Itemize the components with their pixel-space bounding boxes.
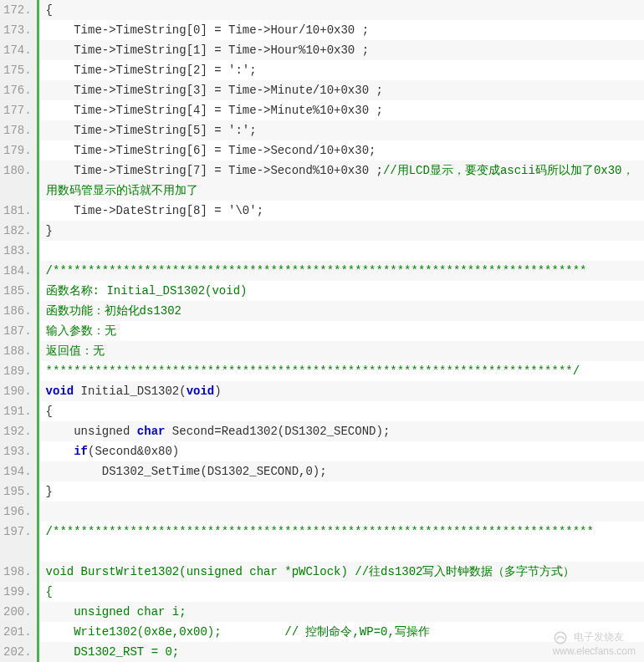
code-line: { bbox=[39, 0, 644, 20]
line-number: 191. bbox=[3, 401, 32, 421]
code-line: Time->TimeString[0] = Time->Hour/10+0x30… bbox=[39, 20, 644, 40]
line-number: 190. bbox=[3, 381, 32, 401]
code-token bbox=[46, 505, 60, 518]
code-area: { Time->TimeString[0] = Time->Hour/10+0x… bbox=[37, 0, 644, 662]
code-token: Second=Read1302(DS1302_SECOND); bbox=[165, 425, 390, 438]
code-token: Initial_DS1302( bbox=[74, 384, 186, 398]
code-token bbox=[46, 244, 60, 257]
code-line bbox=[39, 502, 644, 522]
code-token: DS1302_RST = 0; bbox=[46, 645, 180, 659]
code-token: void bbox=[187, 384, 215, 398]
code-token: Time->TimeString[6] = Time->Second/10+0x… bbox=[46, 144, 376, 157]
code-line: 函数名称: Initial_DS1302(void) bbox=[39, 281, 644, 301]
line-number: 189. bbox=[3, 361, 32, 381]
code-token: 返回值：无 bbox=[46, 344, 105, 358]
code-line: unsigned char i; bbox=[39, 602, 644, 622]
code-line bbox=[39, 241, 644, 261]
line-number: 200. bbox=[3, 602, 32, 622]
line-number: 196. bbox=[3, 502, 32, 522]
line-number: 197. bbox=[3, 522, 32, 562]
line-number: 175. bbox=[3, 60, 32, 80]
code-line: DS1302_SetTime(DS1302_SECOND,0); bbox=[39, 461, 644, 481]
line-number: 179. bbox=[3, 140, 32, 160]
line-number: 178. bbox=[3, 120, 32, 140]
code-token: /***************************************… bbox=[46, 264, 587, 278]
code-token: 函数功能：初始化ds1302 bbox=[46, 304, 181, 318]
line-number: 186. bbox=[3, 301, 32, 321]
code-line: /***************************************… bbox=[39, 522, 644, 562]
line-number: 181. bbox=[3, 201, 32, 221]
line-number: 194. bbox=[3, 461, 32, 481]
code-token: (Second&0x80) bbox=[88, 445, 179, 458]
code-token: Time->TimeString[0] = Time->Hour/10+0x30… bbox=[46, 23, 369, 37]
code-token: void BurstWrite1302(unsigned char *pWClo… bbox=[46, 565, 575, 578]
code-line: Time->TimeString[2] = ':'; bbox=[39, 60, 644, 80]
code-line: Time->TimeString[6] = Time->Second/10+0x… bbox=[39, 140, 644, 160]
line-number: 174. bbox=[3, 40, 32, 60]
code-token: char bbox=[137, 425, 166, 438]
code-token: { bbox=[46, 405, 53, 418]
code-token: DS1302_SetTime(DS1302_SECOND,0); bbox=[46, 465, 327, 478]
code-token: if bbox=[46, 445, 88, 458]
code-token: { bbox=[46, 3, 53, 17]
code-token: ) bbox=[214, 384, 221, 398]
line-number: 182. bbox=[3, 221, 32, 241]
code-line: Write1302(0x8e,0x00); // 控制命令,WP=0,写操作 bbox=[39, 622, 644, 642]
line-number: 177. bbox=[3, 100, 32, 120]
code-token: Write1302(0x8e,0x00); // 控制命令,WP=0,写操作 bbox=[46, 625, 430, 639]
code-token: unsigned bbox=[46, 425, 137, 438]
code-line: unsigned char Second=Read1302(DS1302_SEC… bbox=[39, 421, 644, 441]
code-line: Time->DateString[8] = '\0'; bbox=[39, 201, 644, 221]
code-line: Time->TimeString[1] = Time->Hour%10+0x30… bbox=[39, 40, 644, 60]
line-number: 180. bbox=[3, 160, 32, 201]
code-token: Time->TimeString[2] = ':'; bbox=[46, 64, 257, 77]
line-number: 198. bbox=[3, 562, 32, 582]
line-number: 183. bbox=[3, 241, 32, 261]
code-line: } bbox=[39, 481, 644, 502]
code-token: Time->TimeString[1] = Time->Hour%10+0x30… bbox=[46, 43, 369, 57]
code-line: void Initial_DS1302(void) bbox=[39, 381, 644, 401]
code-line: Time->TimeString[4] = Time->Minute%10+0x… bbox=[39, 100, 644, 120]
code-token: /***************************************… bbox=[46, 525, 594, 538]
code-token: 函数名称: Initial_DS1302(void) bbox=[46, 284, 248, 298]
line-number-gutter: 172.173.174.175.176.177.178.179.180.181.… bbox=[0, 0, 37, 662]
line-number: 187. bbox=[3, 321, 32, 341]
code-token: { bbox=[46, 585, 53, 598]
line-number: 176. bbox=[3, 80, 32, 100]
line-number: 173. bbox=[3, 20, 32, 40]
line-number: 184. bbox=[3, 261, 32, 281]
code-token: void bbox=[46, 384, 74, 398]
line-number: 192. bbox=[3, 421, 32, 441]
code-line: { bbox=[39, 582, 644, 602]
line-number: 185. bbox=[3, 281, 32, 301]
code-token: unsigned char i; bbox=[46, 605, 187, 619]
code-line: ****************************************… bbox=[39, 361, 644, 381]
line-number: 201. bbox=[3, 622, 32, 642]
code-token: Time->TimeString[5] = ':'; bbox=[46, 124, 257, 137]
code-line: Time->TimeString[5] = ':'; bbox=[39, 120, 644, 140]
code-token: } bbox=[46, 224, 53, 237]
code-line: 函数功能：初始化ds1302 bbox=[39, 301, 644, 321]
code-line: void BurstWrite1302(unsigned char *pWClo… bbox=[39, 562, 644, 582]
line-number: 202. bbox=[3, 642, 32, 662]
code-token: Time->TimeString[7] = Time->Second%10+0x… bbox=[46, 164, 383, 177]
code-line: Time->TimeString[7] = Time->Second%10+0x… bbox=[39, 160, 644, 201]
code-line: 返回值：无 bbox=[39, 341, 644, 361]
code-line: if(Second&0x80) bbox=[39, 441, 644, 461]
line-number: 199. bbox=[3, 582, 32, 602]
code-line: DS1302_RST = 0; bbox=[39, 642, 644, 662]
code-line: { bbox=[39, 401, 644, 421]
code-block: 172.173.174.175.176.177.178.179.180.181.… bbox=[0, 0, 644, 662]
code-line: } bbox=[39, 221, 644, 241]
code-token: Time->TimeString[3] = Time->Minute/10+0x… bbox=[46, 84, 383, 97]
code-token: 输入参数：无 bbox=[46, 324, 116, 338]
line-number: 172. bbox=[3, 0, 32, 20]
code-line: 输入参数：无 bbox=[39, 321, 644, 341]
code-line: Time->TimeString[3] = Time->Minute/10+0x… bbox=[39, 80, 644, 100]
line-number: 193. bbox=[3, 441, 32, 461]
line-number: 195. bbox=[3, 481, 32, 502]
line-number: 188. bbox=[3, 341, 32, 361]
code-line: /***************************************… bbox=[39, 261, 644, 281]
code-token: } bbox=[46, 485, 53, 498]
code-token: Time->DateString[8] = '\0'; bbox=[46, 204, 263, 217]
